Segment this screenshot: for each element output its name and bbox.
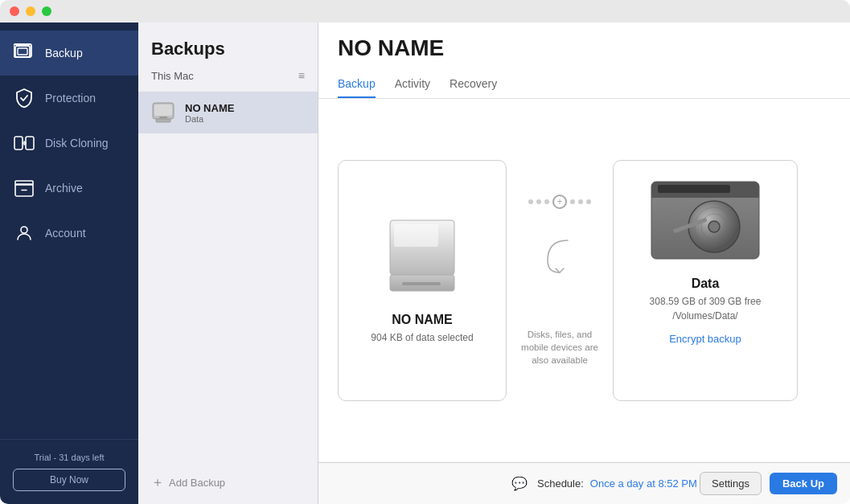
traffic-lights: [10, 6, 51, 16]
back-up-button[interactable]: Back Up: [770, 473, 837, 494]
backup-list-item[interactable]: NO NAME Data: [138, 92, 318, 133]
sidebar-item-archive-label: Archive: [45, 182, 83, 195]
title-bar: [0, 0, 850, 23]
add-icon: ＋: [151, 474, 164, 491]
main-body: NO NAME 904 KB of data selected +: [318, 99, 850, 462]
sidebar-item-account-label: Account: [45, 227, 86, 240]
main-header: NO NAME Backup Activity Recovery: [318, 23, 850, 99]
app-body: Backup Protection: [0, 23, 850, 504]
arrow-dots: +: [528, 195, 591, 209]
trial-text: Trial - 31 days left: [13, 453, 125, 462]
backups-panel: Backups This Mac ≡ NO NAME Data: [138, 23, 318, 504]
sidebar: Backup Protection: [0, 23, 138, 504]
dest-drive-icon: [650, 180, 761, 264]
backup-item-name: NO NAME: [185, 102, 234, 114]
svg-rect-10: [156, 119, 170, 122]
destination-drive-card[interactable]: Data 308.59 GB of 309 GB free /Volumes/D…: [613, 160, 798, 401]
svg-rect-19: [658, 185, 730, 193]
dot-1: [528, 199, 533, 204]
sidebar-footer: Trial - 31 days left Buy Now: [0, 439, 138, 504]
tabs: Backup Activity Recovery: [338, 71, 831, 98]
dot-circle[interactable]: +: [552, 195, 567, 209]
dot-4: [570, 199, 575, 204]
app-window: Backup Protection: [0, 0, 850, 504]
svg-rect-13: [394, 224, 438, 247]
backup-item-sub: Data: [185, 114, 234, 124]
svg-rect-6: [15, 181, 33, 185]
source-drive-info: 904 KB of data selected: [371, 330, 473, 345]
sidebar-item-archive[interactable]: Archive: [0, 166, 138, 211]
hamburger-icon[interactable]: ≡: [298, 69, 305, 82]
dot-5: [578, 199, 583, 204]
svg-rect-9: [154, 104, 172, 116]
encrypt-backup-link[interactable]: Encrypt backup: [669, 333, 741, 345]
schedule-value[interactable]: Once a day at 8:52 PM: [590, 477, 697, 490]
sidebar-item-disk-cloning[interactable]: Disk Cloning: [0, 121, 138, 166]
buy-now-button[interactable]: Buy Now: [13, 469, 125, 491]
sidebar-item-protection-label: Protection: [45, 92, 96, 104]
dest-drive-path: /Volumes/Data/: [672, 310, 737, 322]
backups-title: Backups: [151, 39, 225, 59]
sidebar-item-protection[interactable]: Protection: [0, 76, 138, 121]
dest-drive-name: Data: [692, 277, 720, 291]
source-drive-name: NO NAME: [392, 313, 453, 327]
svg-point-7: [21, 227, 27, 233]
bottom-bar: 💬 Schedule: Once a day at 8:52 PM Settin…: [318, 462, 850, 504]
main-title: NO NAME: [338, 35, 831, 61]
source-drive-icon: [386, 216, 458, 300]
backup-item-disk-icon: [151, 100, 177, 125]
account-icon: [13, 222, 35, 244]
archive-icon: [13, 177, 35, 199]
settings-button[interactable]: Settings: [700, 472, 762, 495]
dot-2: [536, 199, 541, 204]
sidebar-item-backup[interactable]: Backup: [0, 31, 138, 76]
backup-icon: [13, 42, 35, 64]
svg-rect-3: [14, 137, 23, 150]
dot-6: [586, 199, 591, 204]
svg-rect-11: [159, 117, 167, 118]
svg-rect-4: [26, 137, 34, 150]
disk-clone-icon: [13, 132, 35, 154]
close-button[interactable]: [10, 6, 19, 16]
svg-point-23: [708, 221, 720, 232]
minimize-button[interactable]: [26, 6, 35, 16]
add-backup-label: Add Backup: [169, 477, 225, 489]
sidebar-item-backup-label: Backup: [45, 47, 83, 59]
svg-rect-1: [18, 48, 27, 55]
backups-subtitle: This Mac: [151, 70, 194, 82]
svg-rect-15: [402, 282, 441, 285]
arrow-curve-container: [544, 236, 576, 280]
shield-icon: [13, 87, 35, 109]
sidebar-item-account[interactable]: Account: [0, 211, 138, 256]
backups-header: Backups: [138, 23, 318, 69]
tab-recovery[interactable]: Recovery: [450, 71, 497, 98]
maximize-button[interactable]: [42, 6, 51, 16]
bottom-main: 💬 Schedule: Once a day at 8:52 PM: [499, 476, 700, 491]
sidebar-nav: Backup Protection: [0, 23, 138, 439]
source-drive-card[interactable]: NO NAME 904 KB of data selected: [338, 160, 507, 401]
backup-item-info: NO NAME Data: [185, 102, 234, 124]
tab-activity[interactable]: Activity: [395, 71, 430, 98]
tab-backup[interactable]: Backup: [338, 71, 376, 98]
add-backup-footer[interactable]: ＋ Add Backup: [138, 461, 318, 504]
dest-drive-info: 308.59 GB of 309 GB free /Volumes/Data/: [650, 294, 762, 323]
arrow-note: Disks, files, and mobile devices are als…: [519, 328, 600, 367]
bottom-actions: Settings Back Up: [700, 472, 837, 495]
drives-row: NO NAME 904 KB of data selected +: [338, 118, 831, 443]
dest-drive-free: 308.59 GB of 309 GB free: [650, 296, 762, 307]
schedule-label: Schedule:: [537, 477, 584, 490]
sidebar-item-disk-cloning-label: Disk Cloning: [45, 137, 109, 150]
backups-subtitle-row: This Mac ≡: [138, 69, 318, 88]
main-content: NO NAME Backup Activity Recovery: [318, 23, 850, 504]
dot-3: [544, 199, 549, 204]
arrow-area: + Disks, files, and mobile devices are a: [507, 195, 613, 367]
chat-icon: 💬: [511, 476, 528, 491]
